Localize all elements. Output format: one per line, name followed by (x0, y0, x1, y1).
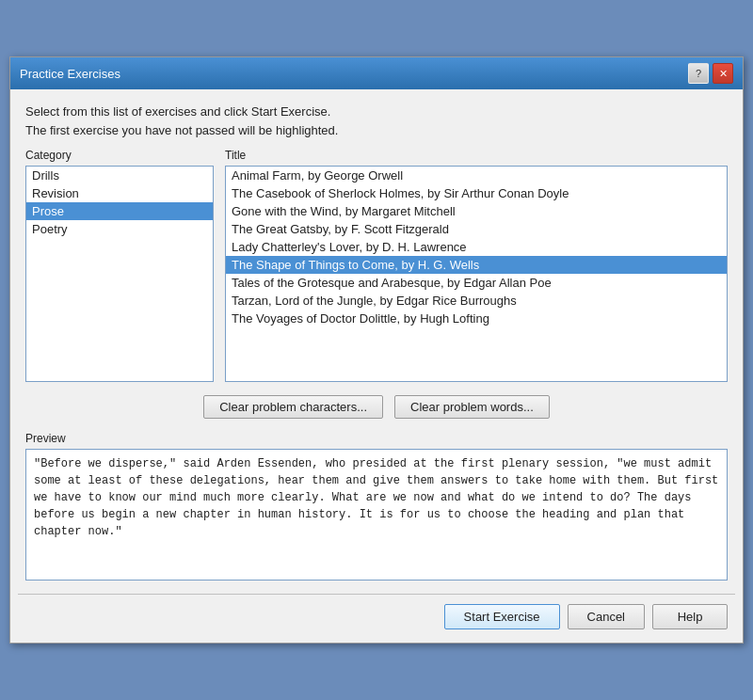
close-button[interactable]: ✕ (713, 63, 733, 84)
category-label: Category (25, 149, 214, 162)
titles-label: Title (225, 149, 728, 162)
description-line2: The first exercise you have not passed w… (25, 121, 728, 140)
list-item[interactable]: Lady Chatterley's Lover, by D. H. Lawren… (226, 238, 727, 256)
title-section: Title Animal Farm, by George OrwellThe C… (225, 149, 728, 382)
description-line1: Select from this list of exercises and c… (25, 103, 728, 121)
title-listbox[interactable]: Animal Farm, by George OrwellThe Caseboo… (225, 166, 728, 382)
list-item[interactable]: The Voyages of Doctor Dolittle, by Hugh … (226, 310, 727, 327)
title-bar-buttons: ? ✕ (688, 63, 733, 84)
lists-row: Category DrillsRevisionProsePoetry Title… (25, 149, 728, 382)
list-item[interactable]: The Great Gatsby, by F. Scott Fitzgerald (226, 220, 727, 238)
list-item[interactable]: Prose (26, 202, 213, 220)
clear-words-button[interactable]: Clear problem words... (394, 395, 550, 419)
preview-label: Preview (25, 432, 728, 445)
list-item[interactable]: Tarzan, Lord of the Jungle, by Edgar Ric… (226, 292, 727, 310)
list-item[interactable]: Revision (26, 184, 213, 202)
help-title-button[interactable]: ? (688, 63, 709, 84)
category-listbox[interactable]: DrillsRevisionProsePoetry (25, 166, 214, 382)
bottom-buttons: Start Exercise Cancel Help (10, 595, 743, 643)
preview-section: Preview "Before we disperse," said Arden… (25, 432, 728, 581)
description: Select from this list of exercises and c… (25, 103, 728, 139)
list-item[interactable]: Poetry (26, 220, 213, 238)
dialog-body: Select from this list of exercises and c… (10, 89, 743, 594)
clear-chars-button[interactable]: Clear problem characters... (203, 395, 383, 419)
clear-buttons-row: Clear problem characters... Clear proble… (25, 391, 728, 422)
dialog-title: Practice Exercises (20, 67, 120, 81)
list-item[interactable]: Animal Farm, by George Orwell (226, 167, 727, 184)
title-bar: Practice Exercises ? ✕ (10, 57, 743, 89)
list-item[interactable]: Drills (26, 167, 213, 184)
help-button[interactable]: Help (652, 604, 728, 629)
preview-box: "Before we disperse," said Arden Essende… (25, 449, 728, 581)
list-item[interactable]: The Shape of Things to Come, by H. G. We… (226, 256, 727, 274)
practice-exercises-dialog: Practice Exercises ? ✕ Select from this … (9, 56, 744, 644)
category-section: Category DrillsRevisionProsePoetry (25, 149, 214, 382)
list-item[interactable]: Tales of the Grotesque and Arabesque, by… (226, 274, 727, 292)
list-item[interactable]: The Casebook of Sherlock Holmes, by Sir … (226, 184, 727, 202)
cancel-button[interactable]: Cancel (568, 604, 645, 629)
list-item[interactable]: Gone with the Wind, by Margaret Mitchell (226, 202, 727, 220)
start-exercise-button[interactable]: Start Exercise (444, 604, 560, 629)
